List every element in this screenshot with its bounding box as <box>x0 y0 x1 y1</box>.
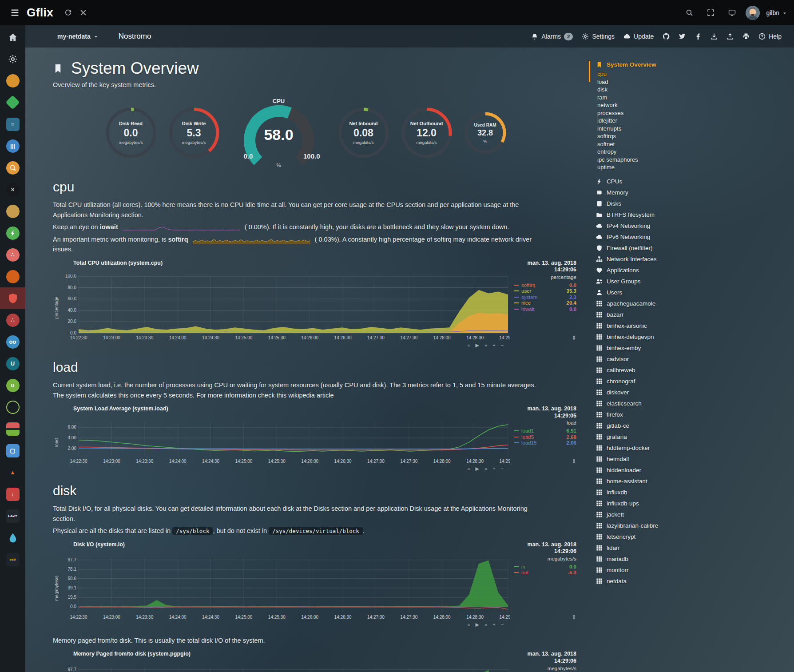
nav-influxdb-ups[interactable]: influxdb-ups <box>596 498 794 509</box>
nav-ipv6-networking[interactable]: IPv6 Networking <box>596 231 794 243</box>
pan-left-button[interactable]: « <box>467 622 470 628</box>
zoom-in-button[interactable]: + <box>492 622 495 628</box>
help-button[interactable]: Help <box>758 33 782 40</box>
gauge-disk-read[interactable]: Disk Read0.0megabytes/s <box>105 107 157 159</box>
app-icon-15[interactable]: u <box>0 374 25 396</box>
nav-elasticsearch[interactable]: elasticsearch <box>596 398 794 409</box>
gauge-cpu[interactable]: CPU58.00.0100.0% <box>231 98 326 168</box>
settings-button[interactable]: Settings <box>582 33 615 40</box>
legend-item-out[interactable]: out-5.3 <box>514 569 576 576</box>
app-icon-17[interactable] <box>0 418 25 440</box>
chart-resize-handle[interactable]: ⇕ <box>514 614 576 620</box>
nav-load[interactable]: load <box>596 78 794 86</box>
search-icon[interactable] <box>682 5 697 20</box>
nav-influxdb[interactable]: influxdb <box>596 487 794 498</box>
app-icon-14[interactable]: U <box>0 353 25 374</box>
hamburger-menu-icon[interactable] <box>7 5 22 20</box>
gauge-disk-write[interactable]: Disk Write5.3megabytes/s <box>168 107 220 159</box>
nav-softnet[interactable]: softnet <box>596 140 794 148</box>
multi-window-icon[interactable] <box>724 5 739 20</box>
app-icon-23[interactable]: sab <box>0 549 25 570</box>
play-button[interactable]: ▶ <box>476 342 479 348</box>
chart-plot-area[interactable]: 14:22:3014:23:0014:23:3014:24:0014:24:30… <box>60 666 510 672</box>
chart-resize-handle[interactable]: ⇕ <box>514 334 576 341</box>
nav-uptime[interactable]: uptime <box>596 163 794 171</box>
nav-binhex-emby[interactable]: binhex-emby <box>596 342 794 354</box>
legend-item-load15[interactable]: load152.06 <box>514 440 576 446</box>
nav-firewall-netfilter-[interactable]: Firewall (netfilter) <box>596 243 794 254</box>
export-snapshot-button[interactable] <box>727 33 734 40</box>
nav-disk[interactable]: disk <box>596 86 794 94</box>
nav-hddtemp-docker[interactable]: hddtemp-docker <box>596 442 794 453</box>
close-tab-icon[interactable] <box>75 5 91 20</box>
nav-network[interactable]: network <box>596 101 794 109</box>
chart-plot-area[interactable]: 14:22:3014:23:0014:23:3014:24:0014:24:30… <box>60 274 510 341</box>
nav-heimdall[interactable]: heimdall <box>596 453 794 465</box>
nav-user-groups[interactable]: User Groups <box>596 276 794 287</box>
nav-ram[interactable]: ram <box>596 94 794 102</box>
play-button[interactable]: ▶ <box>476 466 479 472</box>
nav-ipv4-networking[interactable]: IPv4 Networking <box>596 220 794 231</box>
pan-left-button[interactable]: « <box>467 342 470 348</box>
app-icon-7[interactable] <box>0 200 25 222</box>
nav-btrfs-filesystem[interactable]: BTRFS filesystem <box>596 209 794 220</box>
nav-chronograf[interactable]: chronograf <box>596 376 794 387</box>
nav-hiddenloader[interactable]: hiddenloader <box>596 465 794 476</box>
nav-grafana[interactable]: grafana <box>596 431 794 442</box>
nav-idlejitter[interactable]: idlejitter <box>596 117 794 125</box>
app-icon-9[interactable]: ∴ <box>0 244 25 266</box>
nav-jackett[interactable]: jackett <box>596 509 794 520</box>
legend-item-load1[interactable]: load16.51 <box>514 428 576 434</box>
app-icon-19[interactable]: ▲ <box>0 461 25 483</box>
settings-icon[interactable] <box>0 48 25 70</box>
pan-left-button[interactable]: « <box>467 466 470 472</box>
chart-resize-handle[interactable]: ⇕ <box>514 458 576 465</box>
nav-apacheguacamole[interactable]: apacheguacamole <box>596 298 794 309</box>
legend-item-iowait[interactable]: iowait0.0 <box>514 306 576 312</box>
home-icon[interactable] <box>0 26 25 48</box>
zoom-out-button[interactable]: − <box>501 342 504 348</box>
wikipedia-link[interactable]: wikipedia article <box>288 392 333 399</box>
app-icon-3[interactable]: ≡ <box>0 113 25 135</box>
github-link[interactable] <box>663 33 670 40</box>
update-button[interactable]: Update <box>623 33 654 40</box>
nav-gitlab-ce[interactable]: gitlab-ce <box>596 420 794 431</box>
chart-plot-area[interactable]: 14:22:3014:23:0014:23:3014:24:0014:24:30… <box>60 556 510 620</box>
alarms-button[interactable]: Alarms2 <box>531 33 573 40</box>
gauge-net-outbound[interactable]: Net Outbound12.0megabits/s <box>401 107 453 159</box>
nav-monitorr[interactable]: monitorr <box>596 565 794 576</box>
nav-diskover[interactable]: diskover <box>596 387 794 398</box>
app-icon-4[interactable]: ||| <box>0 135 25 157</box>
legend-item-nice[interactable]: nice20.4 <box>514 300 576 306</box>
nav-disks[interactable]: Disks <box>596 198 794 209</box>
app-icon-10[interactable] <box>0 266 25 287</box>
pan-right-button[interactable]: » <box>484 622 487 628</box>
refresh-tab-icon[interactable] <box>60 5 75 20</box>
app-icon-5[interactable] <box>0 157 25 179</box>
nav-cpu[interactable]: cpu <box>596 70 794 78</box>
zoom-out-button[interactable]: − <box>501 622 504 628</box>
nav-ipc-semaphores[interactable]: ipc semaphores <box>596 156 794 164</box>
gauge-net-inbound[interactable]: Net Inbound0.08megabits/s <box>338 107 389 159</box>
chart-plot-area[interactable]: 14:22:3014:23:0014:23:3014:24:0014:24:30… <box>60 420 510 465</box>
nav-binhex-delugevpn[interactable]: binhex-delugevpn <box>596 331 794 342</box>
app-icon-16[interactable] <box>0 396 25 418</box>
nav-firefox[interactable]: firefox <box>596 409 794 420</box>
pan-right-button[interactable]: » <box>484 466 487 472</box>
nav-applications[interactable]: Applications <box>596 265 794 276</box>
facebook-link[interactable] <box>695 33 702 40</box>
fullscreen-icon[interactable] <box>703 5 718 20</box>
nav-binhex-airsonic[interactable]: binhex-airsonic <box>596 320 794 331</box>
legend-item-user[interactable]: user35.3 <box>514 288 576 294</box>
app-icon-1[interactable] <box>0 70 25 91</box>
legend-item-system[interactable]: system2.3 <box>514 294 576 300</box>
pan-right-button[interactable]: » <box>484 342 487 348</box>
legend-item-softirq[interactable]: softirq0.0 <box>514 282 576 288</box>
nav-interrupts[interactable]: interrupts <box>596 125 794 133</box>
app-icon-13[interactable]: oo <box>0 331 25 353</box>
nav-home-assistant[interactable]: home-assistant <box>596 476 794 487</box>
app-icon-8[interactable] <box>0 222 25 244</box>
nav-bazarr[interactable]: bazarr <box>596 309 794 320</box>
twitter-link[interactable] <box>679 33 686 40</box>
zoom-in-button[interactable]: + <box>492 342 495 348</box>
